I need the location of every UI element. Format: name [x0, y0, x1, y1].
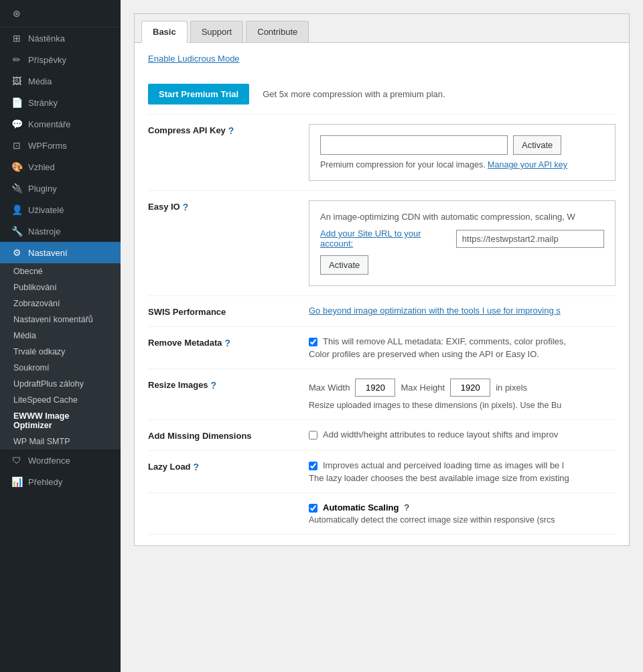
sidebar-item-updraftplus[interactable]: UpdraftPlus zálohy — [0, 376, 121, 392]
sidebar-item-nastенka[interactable]: ⊞ Nástěnka — [0, 27, 121, 49]
automatic-scaling-value: Automatic Scaling ? Automatically detect… — [309, 502, 616, 525]
automatic-scaling-checkbox[interactable] — [309, 504, 317, 513]
resize-images-value: Max Width Max Height in pixels Resize up… — [309, 379, 616, 410]
automatic-scaling-description: Automatically detect the correct image s… — [309, 515, 616, 525]
lazy-load-value: Improves actual and perceived loading ti… — [309, 460, 616, 483]
automatic-scaling-label-empty — [148, 502, 309, 504]
add-missing-dimensions-checkbox[interactable] — [309, 431, 317, 440]
content-area: Basic Support Contribute Enable Ludicrou… — [134, 13, 630, 546]
max-height-input[interactable] — [450, 379, 490, 397]
dashboard-icon: ⊞ — [11, 33, 23, 44]
sidebar-brand: ⊛ — [0, 0, 121, 27]
remove-metadata-description2: Color profiles are preserved when using … — [309, 349, 616, 359]
posts-icon: ✏ — [11, 54, 23, 65]
wp-logo-icon: ⊛ — [11, 8, 23, 19]
easy-io-url-row: Add your Site URL to your account: — [320, 228, 604, 249]
compress-api-key-help-icon[interactable]: ? — [228, 125, 234, 136]
tools-icon: 🔧 — [11, 226, 23, 237]
sidebar-item-nastaveni[interactable]: ⚙ Nastavení — [0, 242, 121, 263]
swis-performance-value: Go beyond image optimization with the to… — [309, 306, 616, 316]
lazy-load-label: Lazy Load ? — [148, 460, 309, 472]
sidebar-item-prehledy[interactable]: 📊 Přehledy — [0, 471, 121, 492]
lazy-load-help-icon[interactable]: ? — [194, 462, 200, 472]
premium-description: Get 5x more compression with a premium p… — [263, 89, 445, 99]
sidebar-item-media[interactable]: 🖼 Média — [0, 70, 121, 92]
api-key-input[interactable] — [320, 135, 508, 155]
manage-api-key-link[interactable]: Manage your API key — [488, 160, 567, 170]
wordfence-icon: 🛡 — [11, 455, 23, 466]
enable-ludicrous-link[interactable]: Enable Ludicrous Mode — [148, 54, 240, 64]
sidebar: ⊛ ⊞ Nástěnka ✏ Příspěvky 🖼 Média 📄 Strán… — [0, 0, 121, 672]
lazy-load-checkbox-row: Improves actual and perceived loading ti… — [309, 460, 616, 470]
add-missing-dimensions-label: Add Missing Dimensions — [148, 429, 309, 441]
max-width-input[interactable] — [355, 379, 395, 397]
easy-io-label: Easy IO ? — [148, 200, 309, 212]
users-icon: 👤 — [11, 204, 23, 215]
compress-api-key-row: Compress API Key ? Activate Premium comp… — [148, 115, 616, 191]
settings-submenu: Obecné Publikování Zobrazování Nastavení… — [0, 263, 121, 450]
start-premium-trial-button[interactable]: Start Premium Trial — [148, 84, 249, 105]
sidebar-item-media-sub[interactable]: Média — [0, 328, 121, 344]
add-missing-dimensions-row: Add Missing Dimensions Add width/height … — [148, 420, 616, 451]
automatic-scaling-help-icon[interactable]: ? — [404, 502, 409, 513]
sidebar-item-soukromi[interactable]: Soukromí — [0, 360, 121, 376]
lazy-load-description: Improves actual and perceived loading ti… — [323, 460, 564, 470]
sidebar-item-obecne[interactable]: Obecné — [0, 263, 121, 279]
easy-io-activate-button[interactable]: Activate — [320, 255, 368, 275]
remove-metadata-checkbox[interactable] — [309, 338, 317, 346]
easy-io-section: An image-optimizing CDN with automatic c… — [309, 200, 616, 286]
resize-images-help-icon[interactable]: ? — [211, 380, 217, 391]
settings-icon: ⚙ — [11, 247, 23, 258]
lazy-load-checkbox[interactable] — [309, 462, 317, 470]
premium-trial-row: Start Premium Trial Get 5x more compress… — [148, 74, 616, 115]
comments-icon: 💬 — [11, 119, 23, 129]
automatic-scaling-row: Automatic Scaling ? Automatically detect… — [148, 493, 616, 535]
sidebar-item-vzhled[interactable]: 🎨 Vzhled — [0, 156, 121, 178]
swis-performance-label: SWIS Performance — [148, 306, 309, 317]
api-key-section: Activate Premium compression for your lo… — [309, 124, 616, 181]
sidebar-item-wpforms[interactable]: ⊡ WPForms — [0, 135, 121, 156]
sidebar-item-pluginy[interactable]: 🔌 Pluginy — [0, 178, 121, 199]
plugins-icon: 🔌 — [11, 183, 23, 194]
settings-content: Enable Ludicrous Mode Start Premium Tria… — [135, 43, 629, 545]
sidebar-item-uzivatele[interactable]: 👤 Uživatelé — [0, 199, 121, 220]
sidebar-item-wpmailsmtp[interactable]: WP Mail SMTP — [0, 433, 121, 450]
compress-api-key-label: Compress API Key ? — [148, 124, 309, 136]
remove-metadata-checkbox-row: This will remove ALL metadata: EXIF, com… — [309, 336, 616, 346]
pages-icon: 📄 — [11, 97, 23, 108]
easy-io-url-link[interactable]: Add your Site URL to your account: — [320, 228, 451, 249]
lazy-load-row: Lazy Load ? Improves actual and perceive… — [148, 451, 616, 493]
sidebar-item-nastroje[interactable]: 🔧 Nástroje — [0, 220, 121, 242]
easy-io-help-icon[interactable]: ? — [183, 202, 189, 212]
remove-metadata-value: This will remove ALL metadata: EXIF, com… — [309, 336, 616, 359]
sidebar-item-trvale-odkazy[interactable]: Trvalé odkazy — [0, 344, 121, 360]
sidebar-item-nastaveni-komentaru[interactable]: Nastavení komentářů — [0, 312, 121, 328]
sidebar-item-stranky[interactable]: 📄 Stránky — [0, 92, 121, 113]
easy-io-description: An image-optimizing CDN with automatic c… — [320, 212, 604, 222]
remove-metadata-help-icon[interactable]: ? — [225, 338, 231, 348]
sidebar-item-zobrazovani[interactable]: Zobrazování — [0, 295, 121, 312]
tab-contribute[interactable]: Contribute — [246, 21, 309, 42]
sidebar-item-komentare[interactable]: 💬 Komentáře — [0, 113, 121, 135]
tab-basic[interactable]: Basic — [141, 21, 188, 43]
swis-performance-link[interactable]: Go beyond image optimization with the to… — [309, 306, 561, 316]
resize-images-description: Resize uploaded images to these dimensio… — [309, 401, 616, 410]
sidebar-item-publikovani[interactable]: Publikování — [0, 279, 121, 295]
easy-io-value: An image-optimizing CDN with automatic c… — [309, 200, 616, 286]
automatic-scaling-label: Automatic Scaling — [323, 502, 399, 513]
appearance-icon: 🎨 — [11, 161, 23, 172]
remove-metadata-label: Remove Metadata ? — [148, 336, 309, 348]
tab-support[interactable]: Support — [190, 21, 244, 42]
easy-io-url-input[interactable] — [456, 230, 604, 248]
api-key-input-row: Activate — [320, 135, 604, 155]
sidebar-item-ewww[interactable]: EWWW Image Optimizer — [0, 408, 121, 433]
add-missing-dimensions-value: Add width/height attributes to reduce la… — [309, 429, 616, 440]
api-key-activate-button[interactable]: Activate — [513, 135, 561, 155]
main-content: Basic Support Contribute Enable Ludicrou… — [121, 0, 643, 672]
swis-performance-row: SWIS Performance Go beyond image optimiz… — [148, 296, 616, 327]
sidebar-item-litespeed[interactable]: LiteSpeed Cache — [0, 392, 121, 408]
sidebar-item-prispevky[interactable]: ✏ Příspěvky — [0, 49, 121, 70]
max-height-label: Max Height — [401, 383, 445, 393]
sidebar-item-wordfence[interactable]: 🛡 Wordfence — [0, 450, 121, 471]
api-key-description: Premium compression for your local image… — [320, 160, 604, 170]
